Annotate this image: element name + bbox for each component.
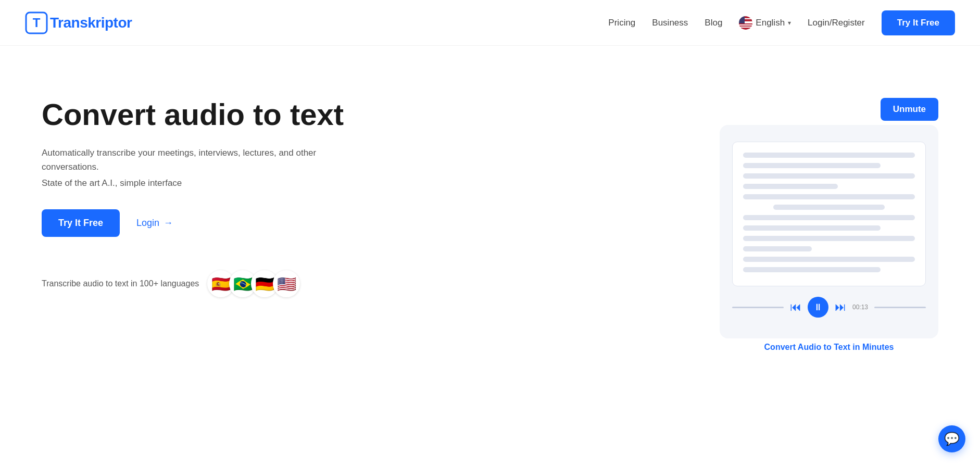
chat-bubble-button[interactable]: 💬 [938, 425, 965, 452]
hero-subtitle: Automatically transcribe your meetings, … [42, 146, 354, 174]
hero-section: Convert audio to text Automatically tran… [0, 46, 980, 373]
hero-try-free-button[interactable]: Try It Free [42, 209, 120, 237]
flag-usa: 🇺🇸 [273, 270, 300, 297]
nav-business[interactable]: Business [652, 18, 688, 28]
svg-rect-13 [739, 16, 745, 23]
forward-icon[interactable]: ⏭ [835, 300, 846, 314]
text-line-5 [743, 194, 915, 199]
transcript-card: ⏮ ⏸ ⏭ 00:13 [720, 125, 938, 338]
svg-rect-9 [739, 24, 752, 26]
nav-links: Pricing Business Blog [608, 10, 955, 35]
nav-pricing[interactable]: Pricing [608, 18, 635, 28]
text-line-11 [743, 257, 915, 262]
arrow-icon: → [164, 218, 173, 229]
text-line-12 [743, 267, 881, 272]
hero-login-link[interactable]: Login → [136, 218, 173, 229]
text-line-6 [773, 205, 885, 210]
svg-rect-11 [739, 27, 752, 28]
lang-label-text: Transcribe audio to text in 100+ languag… [42, 279, 199, 288]
language-label: English [756, 18, 785, 28]
pause-button[interactable]: ⏸ [808, 297, 828, 318]
hero-buttons: Try It Free Login → [42, 209, 354, 237]
text-line-8 [743, 225, 881, 231]
navbar: T Transkriptor Pricing Business Blog [0, 0, 980, 46]
player-progress-left [732, 307, 784, 308]
hero-languages: Transcribe audio to text in 100+ languag… [42, 270, 354, 297]
svg-rect-10 [739, 26, 752, 27]
text-line-4 [743, 184, 838, 189]
nav-blog[interactable]: Blog [705, 18, 722, 28]
text-line-10 [743, 246, 812, 251]
card-caption: Convert Audio to Text in Minutes [764, 343, 894, 352]
text-line-7 [743, 215, 915, 220]
transcript-inner [732, 142, 926, 286]
text-line-1 [743, 153, 915, 158]
svg-text:T: T [33, 15, 41, 29]
logo-text: Transkriptor [50, 15, 132, 31]
text-line-2 [743, 163, 881, 168]
nav-language-selector[interactable]: English ▾ [739, 16, 791, 30]
hero-subtext: State of the art A.I., simple interface [42, 178, 354, 188]
hero-right: Unmute ⏮ ⏸ [720, 98, 938, 352]
login-label: Login [136, 218, 159, 229]
text-line-9 [743, 236, 915, 241]
player-bar: ⏮ ⏸ ⏭ 00:13 [732, 293, 926, 322]
hero-left: Convert audio to text Automatically tran… [42, 87, 354, 297]
hero-title: Convert audio to text [42, 98, 354, 131]
rewind-icon[interactable]: ⏮ [790, 300, 801, 314]
pause-icon: ⏸ [813, 302, 823, 313]
svg-rect-12 [739, 28, 752, 29]
player-progress-right [874, 307, 926, 308]
flag-group: 🇪🇸 🇧🇷 🇩🇪 🇺🇸 [207, 270, 300, 297]
chat-icon: 💬 [944, 432, 960, 446]
us-flag-icon [739, 16, 752, 30]
logo[interactable]: T Transkriptor [25, 11, 132, 34]
text-line-3 [743, 173, 915, 179]
unmute-button[interactable]: Unmute [881, 98, 938, 121]
chevron-down-icon: ▾ [788, 19, 791, 27]
nav-try-free-button[interactable]: Try It Free [882, 10, 955, 35]
login-register-link[interactable]: Login/Register [808, 18, 865, 28]
player-time: 00:13 [852, 304, 868, 311]
svg-rect-8 [739, 23, 752, 24]
